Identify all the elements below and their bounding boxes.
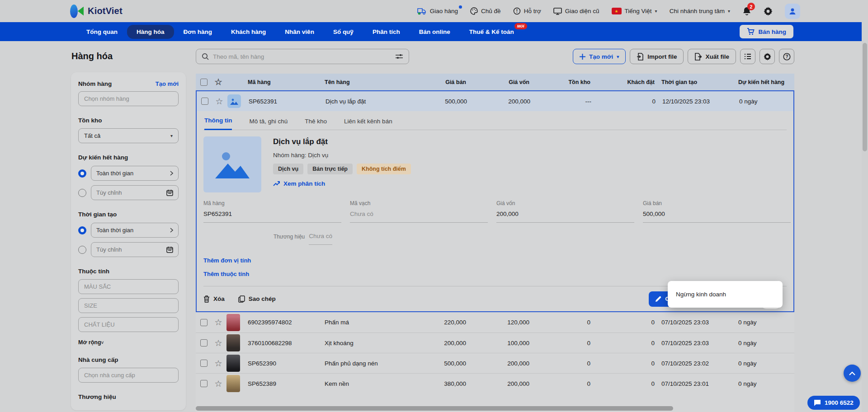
nav-tab-don-hang[interactable]: Đơn hàng xyxy=(174,25,222,39)
header-cost[interactable]: Giá vốn xyxy=(477,79,541,85)
row-star-icon[interactable]: ☆ xyxy=(210,379,226,388)
view-analytics-link[interactable]: Xem phân tích xyxy=(273,180,411,187)
create-new-button[interactable]: Tạo mới ▾ xyxy=(573,49,626,64)
hotline-button[interactable]: 1900 6522 xyxy=(807,396,860,410)
create-group-link[interactable]: Tạo mới xyxy=(156,80,179,87)
select-all-checkbox[interactable] xyxy=(200,79,208,86)
nav-tab-ban-online[interactable]: Bán online xyxy=(410,25,460,39)
more-actions-popup-item-stop-selling[interactable]: Ngừng kinh doanh xyxy=(668,281,783,308)
delete-button[interactable]: Xóa xyxy=(203,295,225,303)
cell-price: 500,000 xyxy=(438,98,478,105)
theme-menu-item[interactable]: Chủ đề xyxy=(470,7,501,15)
row-checkbox[interactable] xyxy=(200,339,208,346)
cell-stock: 0 xyxy=(541,380,602,387)
row-star-icon[interactable]: ☆ xyxy=(211,97,227,106)
detail-tab-lien-ket[interactable]: Liên kết kênh bán xyxy=(344,118,392,130)
toolbar-buttons: Tạo mới ▾ Import file Xuất file ? xyxy=(573,49,794,64)
row-checkbox[interactable] xyxy=(201,98,208,105)
copy-button[interactable]: Sao chép xyxy=(238,295,276,303)
nav-tab-so-quy[interactable]: Sổ quỹ xyxy=(324,25,363,39)
stock-filter-select[interactable]: Tất cả ▾ xyxy=(78,128,179,143)
cell-created: 07/10/2025 23:02 xyxy=(661,360,738,367)
language-selector[interactable]: ★ Tiếng Việt ▾ xyxy=(612,8,657,14)
header-price[interactable]: Giá bán xyxy=(437,79,477,85)
header-out[interactable]: Dự kiến hết hàng xyxy=(738,79,794,85)
star-header-icon[interactable]: ☆ xyxy=(210,78,226,86)
horizontal-scrollbar[interactable] xyxy=(196,406,673,411)
export-file-button[interactable]: Xuất file xyxy=(688,49,736,64)
filter-sidebar: Nhóm hàng Tạo mới Tồn kho Tất cả ▾ Dự ki… xyxy=(71,72,186,410)
attr-size-input[interactable] xyxy=(78,298,179,313)
nav-tab-thue-ke-toan[interactable]: Thuế & Kế toán Mới xyxy=(460,25,524,39)
kiotviet-logo[interactable]: KiotViet xyxy=(70,5,123,18)
table-row[interactable]: ☆ 3760100682298 Xịt khoáng 200,000 100,0… xyxy=(196,332,794,353)
row-checkbox[interactable] xyxy=(200,380,208,387)
vertical-scrollbar-thumb[interactable] xyxy=(863,43,867,151)
header-created[interactable]: Thời gian tạo xyxy=(661,79,738,85)
sell-button[interactable]: Bán hàng xyxy=(740,25,793,38)
out-forecast-custom-radio[interactable] xyxy=(78,189,86,197)
attr-color-input[interactable] xyxy=(78,279,179,294)
detail-main: Dịch vụ lắp đặt Nhóm hàng: Dịch vụ Dịch … xyxy=(203,136,787,192)
header-stock[interactable]: Tồn kho xyxy=(541,79,602,85)
help-button[interactable]: ? xyxy=(779,49,794,64)
delivery-menu-item[interactable]: Giao hàng xyxy=(417,8,458,15)
vertical-scrollbar[interactable] xyxy=(862,0,868,412)
language-label: Tiếng Việt xyxy=(625,8,652,14)
expand-link[interactable]: Mở rộng˅ xyxy=(78,339,179,346)
column-settings-button[interactable] xyxy=(740,49,755,64)
out-forecast-alltime-radio[interactable] xyxy=(78,169,86,178)
user-avatar-button[interactable] xyxy=(785,4,800,19)
product-thumbnail xyxy=(226,314,240,331)
created-custom-radio[interactable] xyxy=(78,246,86,254)
header-code[interactable]: Mã hàng xyxy=(248,79,325,85)
row-star-icon[interactable]: ☆ xyxy=(210,318,226,327)
settings-button[interactable] xyxy=(764,7,773,16)
table-row-selected[interactable]: ☆ SP652391 Dịch vụ lắp đặt 500,000 200,0… xyxy=(197,91,793,111)
branch-label: Chi nhánh trung tâm xyxy=(670,8,725,14)
product-image-placeholder[interactable] xyxy=(203,136,261,192)
table-settings-button[interactable] xyxy=(760,49,775,64)
filter-sliders-icon[interactable] xyxy=(395,53,403,60)
detail-tab-thong-tin[interactable]: Thông tin xyxy=(204,117,232,130)
detail-tab-the-kho[interactable]: Thẻ kho xyxy=(305,118,327,130)
supplier-filter-input[interactable] xyxy=(78,368,179,383)
view-analytics-label: Xem phân tích xyxy=(283,180,325,187)
nav-tab-tong-quan[interactable]: Tổng quan xyxy=(77,25,127,39)
old-ui-menu-item[interactable]: Giao diện cũ xyxy=(553,8,599,15)
row-star-icon[interactable]: ☆ xyxy=(210,339,226,347)
attr-material-input[interactable] xyxy=(78,317,179,332)
header-name[interactable]: Tên hàng xyxy=(325,79,437,85)
created-alltime-radio[interactable] xyxy=(78,226,86,234)
row-checkbox[interactable] xyxy=(200,319,208,326)
out-forecast-alltime-select[interactable]: Toàn thời gian xyxy=(91,166,179,181)
scroll-to-top-button[interactable] xyxy=(844,365,861,382)
row-checkbox[interactable] xyxy=(200,360,208,367)
detail-tab-mo-ta[interactable]: Mô tả, ghi chú xyxy=(249,118,288,130)
nav-tab-phan-tich[interactable]: Phân tích xyxy=(363,25,410,39)
support-menu-item[interactable]: ! Hỗ trợ xyxy=(513,7,541,15)
add-attribute-link[interactable]: Thêm thuộc tính xyxy=(203,271,787,277)
field-value: 500,000 xyxy=(643,211,791,223)
header-ordered[interactable]: Khách đặt xyxy=(602,79,661,85)
import-file-button[interactable]: Import file xyxy=(630,49,684,64)
nav-tab-khach-hang[interactable]: Khách hàng xyxy=(222,25,275,39)
table-row[interactable]: ☆ SP652390 Phấn phủ dạng nén 500,000 200… xyxy=(196,353,794,373)
search-input[interactable] xyxy=(213,53,391,60)
nav-tab-nhan-vien[interactable]: Nhân viên xyxy=(275,25,324,39)
chat-icon xyxy=(814,399,821,406)
out-forecast-custom-select[interactable]: Tùy chỉnh xyxy=(91,185,179,200)
created-custom-select[interactable]: Tùy chỉnh xyxy=(91,242,179,257)
cell-price: 200,000 xyxy=(437,340,477,346)
created-alltime-select[interactable]: Toàn thời gian xyxy=(91,223,179,238)
branch-selector[interactable]: Chi nhánh trung tâm ▾ xyxy=(670,8,730,14)
nav-tab-hang-hoa[interactable]: Hàng hóa xyxy=(127,25,174,39)
row-star-icon[interactable]: ☆ xyxy=(210,359,226,368)
detail-fields: Mã hàng SP652391 Mã vạch Chưa có Giá vốn… xyxy=(203,200,787,223)
notifications-button[interactable]: 2 xyxy=(742,6,751,16)
add-unit-link[interactable]: Thêm đơn vị tính xyxy=(203,257,787,264)
table-row[interactable]: ☆ SP652389 Kem nền 380,000 200,000 0 0 0… xyxy=(196,373,794,393)
table-row[interactable]: ☆ 6902395974802 Phấn má 220,000 120,000 … xyxy=(196,312,794,332)
group-filter-input[interactable] xyxy=(78,91,179,106)
calendar-icon xyxy=(166,246,173,253)
